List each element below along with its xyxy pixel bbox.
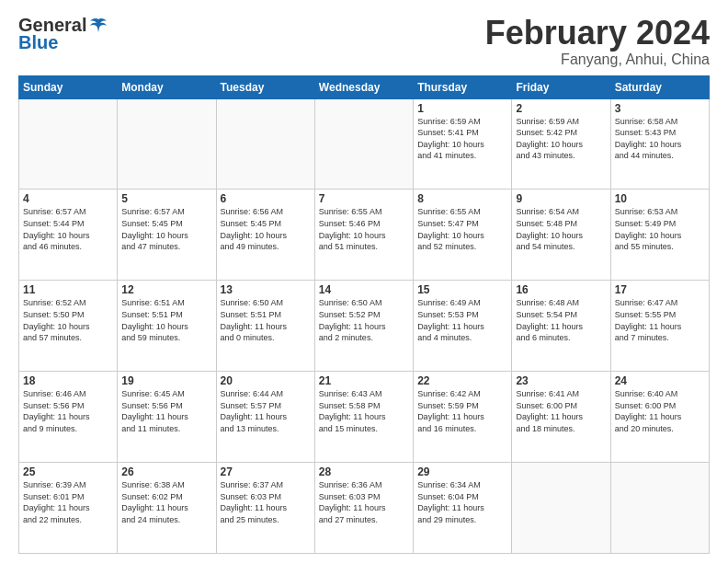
calendar-week-row: 11Sunrise: 6:52 AM Sunset: 5:50 PM Dayli… (19, 281, 710, 372)
day-number: 24 (615, 374, 705, 387)
calendar-cell: 6Sunrise: 6:56 AM Sunset: 5:45 PM Daylig… (216, 190, 314, 281)
day-info: Sunrise: 6:59 AM Sunset: 5:41 PM Dayligh… (417, 116, 507, 162)
day-number: 22 (417, 374, 507, 387)
day-number: 11 (23, 283, 113, 296)
day-info: Sunrise: 6:52 AM Sunset: 5:50 PM Dayligh… (23, 297, 113, 343)
calendar-cell: 20Sunrise: 6:44 AM Sunset: 5:57 PM Dayli… (216, 372, 314, 463)
calendar-cell: 19Sunrise: 6:45 AM Sunset: 5:56 PM Dayli… (118, 372, 216, 463)
day-number: 8 (417, 192, 507, 205)
header: General Blue February 2024 Fanyang, Anhu… (18, 15, 710, 68)
day-info: Sunrise: 6:56 AM Sunset: 5:45 PM Dayligh… (221, 206, 311, 252)
day-info: Sunrise: 6:41 AM Sunset: 6:00 PM Dayligh… (516, 388, 606, 434)
day-number: 18 (23, 374, 113, 387)
calendar-cell: 1Sunrise: 6:59 AM Sunset: 5:41 PM Daylig… (414, 98, 512, 190)
day-number: 4 (23, 192, 113, 205)
calendar-cell: 9Sunrise: 6:54 AM Sunset: 5:48 PM Daylig… (512, 190, 610, 281)
day-info: Sunrise: 6:37 AM Sunset: 6:03 PM Dayligh… (221, 479, 311, 525)
calendar-cell: 27Sunrise: 6:37 AM Sunset: 6:03 PM Dayli… (216, 463, 314, 554)
day-number: 6 (221, 192, 311, 205)
day-number: 13 (221, 283, 311, 296)
day-number: 25 (23, 465, 113, 478)
weekday-header: Sunday (19, 75, 118, 98)
day-info: Sunrise: 6:58 AM Sunset: 5:43 PM Dayligh… (615, 116, 705, 162)
location-title: Fanyang, Anhui, China (485, 52, 710, 68)
calendar-cell: 12Sunrise: 6:51 AM Sunset: 5:51 PM Dayli… (118, 281, 216, 372)
day-info: Sunrise: 6:45 AM Sunset: 5:56 PM Dayligh… (121, 388, 211, 434)
calendar-week-row: 18Sunrise: 6:46 AM Sunset: 5:56 PM Dayli… (19, 372, 710, 463)
day-info: Sunrise: 6:38 AM Sunset: 6:02 PM Dayligh… (121, 479, 211, 525)
day-info: Sunrise: 6:50 AM Sunset: 5:51 PM Dayligh… (221, 297, 311, 343)
day-number: 10 (615, 192, 705, 205)
day-number: 21 (319, 374, 409, 387)
calendar-cell (118, 98, 216, 190)
day-info: Sunrise: 6:54 AM Sunset: 5:48 PM Dayligh… (516, 206, 606, 252)
day-info: Sunrise: 6:57 AM Sunset: 5:44 PM Dayligh… (23, 206, 113, 252)
calendar-cell: 28Sunrise: 6:36 AM Sunset: 6:03 PM Dayli… (314, 463, 413, 554)
calendar-week-row: 25Sunrise: 6:39 AM Sunset: 6:01 PM Dayli… (19, 463, 710, 554)
weekday-header: Wednesday (314, 75, 413, 98)
day-number: 29 (417, 465, 507, 478)
calendar-cell: 3Sunrise: 6:58 AM Sunset: 5:43 PM Daylig… (610, 98, 709, 190)
weekday-header-row: SundayMondayTuesdayWednesdayThursdayFrid… (19, 75, 710, 98)
day-info: Sunrise: 6:50 AM Sunset: 5:52 PM Dayligh… (319, 297, 409, 343)
calendar-cell (512, 463, 610, 554)
day-number: 3 (615, 102, 705, 115)
calendar-cell: 11Sunrise: 6:52 AM Sunset: 5:50 PM Dayli… (19, 281, 118, 372)
calendar-cell: 25Sunrise: 6:39 AM Sunset: 6:01 PM Dayli… (19, 463, 118, 554)
calendar-page: General Blue February 2024 Fanyang, Anhu… (0, 0, 728, 563)
calendar-cell: 26Sunrise: 6:38 AM Sunset: 6:02 PM Dayli… (118, 463, 216, 554)
day-number: 17 (615, 283, 705, 296)
day-number: 16 (516, 283, 606, 296)
calendar-week-row: 4Sunrise: 6:57 AM Sunset: 5:44 PM Daylig… (19, 190, 710, 281)
day-info: Sunrise: 6:59 AM Sunset: 5:42 PM Dayligh… (516, 116, 606, 162)
day-info: Sunrise: 6:39 AM Sunset: 6:01 PM Dayligh… (23, 479, 113, 525)
calendar-week-row: 1Sunrise: 6:59 AM Sunset: 5:41 PM Daylig… (19, 98, 710, 190)
calendar-cell (19, 98, 118, 190)
calendar-cell: 18Sunrise: 6:46 AM Sunset: 5:56 PM Dayli… (19, 372, 118, 463)
month-title: February 2024 (485, 15, 710, 52)
day-info: Sunrise: 6:42 AM Sunset: 5:59 PM Dayligh… (417, 388, 507, 434)
day-info: Sunrise: 6:40 AM Sunset: 6:00 PM Dayligh… (615, 388, 705, 434)
weekday-header: Monday (118, 75, 216, 98)
day-number: 2 (516, 102, 606, 115)
day-info: Sunrise: 6:49 AM Sunset: 5:53 PM Dayligh… (417, 297, 507, 343)
day-info: Sunrise: 6:48 AM Sunset: 5:54 PM Dayligh… (516, 297, 606, 343)
calendar-cell: 14Sunrise: 6:50 AM Sunset: 5:52 PM Dayli… (314, 281, 413, 372)
day-number: 1 (417, 102, 507, 115)
title-block: February 2024 Fanyang, Anhui, China (485, 15, 710, 68)
calendar-cell: 29Sunrise: 6:34 AM Sunset: 6:04 PM Dayli… (414, 463, 512, 554)
day-info: Sunrise: 6:36 AM Sunset: 6:03 PM Dayligh… (319, 479, 409, 525)
day-info: Sunrise: 6:34 AM Sunset: 6:04 PM Dayligh… (417, 479, 507, 525)
logo: General Blue (18, 15, 108, 53)
calendar-cell: 4Sunrise: 6:57 AM Sunset: 5:44 PM Daylig… (19, 190, 118, 281)
calendar-table: SundayMondayTuesdayWednesdayThursdayFrid… (18, 75, 710, 554)
calendar-cell: 23Sunrise: 6:41 AM Sunset: 6:00 PM Dayli… (512, 372, 610, 463)
calendar-cell: 21Sunrise: 6:43 AM Sunset: 5:58 PM Dayli… (314, 372, 413, 463)
day-number: 26 (121, 465, 211, 478)
day-number: 7 (319, 192, 409, 205)
logo-blue-text: Blue (18, 32, 108, 53)
calendar-cell: 10Sunrise: 6:53 AM Sunset: 5:49 PM Dayli… (610, 190, 709, 281)
day-number: 12 (121, 283, 211, 296)
day-info: Sunrise: 6:57 AM Sunset: 5:45 PM Dayligh… (121, 206, 211, 252)
day-number: 20 (221, 374, 311, 387)
calendar-cell: 17Sunrise: 6:47 AM Sunset: 5:55 PM Dayli… (610, 281, 709, 372)
day-number: 9 (516, 192, 606, 205)
day-info: Sunrise: 6:47 AM Sunset: 5:55 PM Dayligh… (615, 297, 705, 343)
day-info: Sunrise: 6:55 AM Sunset: 5:47 PM Dayligh… (417, 206, 507, 252)
day-number: 5 (121, 192, 211, 205)
calendar-cell (610, 463, 709, 554)
calendar-cell: 7Sunrise: 6:55 AM Sunset: 5:46 PM Daylig… (314, 190, 413, 281)
day-number: 28 (319, 465, 409, 478)
day-number: 15 (417, 283, 507, 296)
calendar-cell: 15Sunrise: 6:49 AM Sunset: 5:53 PM Dayli… (414, 281, 512, 372)
calendar-cell (314, 98, 413, 190)
weekday-header: Saturday (610, 75, 709, 98)
calendar-cell: 13Sunrise: 6:50 AM Sunset: 5:51 PM Dayli… (216, 281, 314, 372)
day-number: 27 (221, 465, 311, 478)
day-number: 23 (516, 374, 606, 387)
day-info: Sunrise: 6:53 AM Sunset: 5:49 PM Dayligh… (615, 206, 705, 252)
day-number: 14 (319, 283, 409, 296)
calendar-cell: 22Sunrise: 6:42 AM Sunset: 5:59 PM Dayli… (414, 372, 512, 463)
calendar-cell: 16Sunrise: 6:48 AM Sunset: 5:54 PM Dayli… (512, 281, 610, 372)
